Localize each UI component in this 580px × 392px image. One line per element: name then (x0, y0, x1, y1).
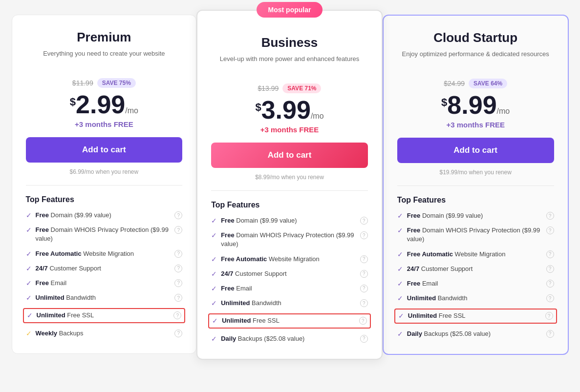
feature-item-business-2: ✓ Free Automatic Website Migration ? (211, 255, 368, 264)
plan-desc-business: Level-up with more power and enhanced fe… (211, 54, 368, 74)
info-icon-cloud-5[interactable]: ? (546, 294, 554, 302)
feature-left-cloud-1: ✓ Free Domain WHOIS Privacy Protection (… (397, 226, 543, 244)
plan-card-premium: Premium Everything you need to create yo… (12, 15, 197, 354)
info-icon-business-3[interactable]: ? (360, 270, 368, 278)
last-feature-left-cloud: ✓ Daily Backups ($25.08 value) (397, 330, 543, 338)
check-icon-premium-4: ✓ (26, 279, 32, 287)
feature-item-cloud-0: ✓ Free Domain ($9.99 value) ? (397, 211, 554, 220)
info-icon-premium-5[interactable]: ? (174, 294, 182, 302)
plan-desc-cloud: Enjoy optimized performance & dedicated … (397, 49, 554, 69)
ssl-info-icon-premium[interactable]: ? (173, 311, 181, 319)
features-title-premium: Top Features (26, 195, 183, 204)
plan-name-cloud: Cloud Startup (397, 30, 554, 45)
feature-text-premium-0: Free Domain ($9.99 value) (36, 211, 111, 220)
feature-left-cloud-4: ✓ Free Email (397, 279, 543, 288)
feature-text-business-2: Free Automatic Website Migration (221, 255, 320, 264)
info-icon-cloud-0[interactable]: ? (546, 212, 554, 220)
plan-desc-premium: Everything you need to create your websi… (26, 49, 183, 68)
feature-left-business-4: ✓ Free Email (211, 284, 357, 293)
plan-name-premium: Premium (26, 30, 183, 45)
last-feature-item-premium: ✓ Weekly Backups ? (26, 329, 183, 338)
info-icon-cloud-1[interactable]: ? (546, 227, 554, 234)
check-icon-cloud-1: ✓ (397, 227, 403, 234)
feature-text-business-4: Free Email (221, 284, 252, 293)
info-icon-premium-4[interactable]: ? (174, 279, 182, 287)
ssl-text-business: Unlimited Free SSL (222, 316, 279, 325)
feature-item-business-5: ✓ Unlimited Bandwidth ? (211, 299, 368, 308)
feature-item-premium-0: ✓ Free Domain ($9.99 value) ? (26, 211, 183, 220)
feature-left-premium-4: ✓ Free Email (26, 279, 172, 288)
feature-left-business-5: ✓ Unlimited Bandwidth (211, 299, 357, 308)
price-display-business: $3.99/mo (211, 97, 368, 123)
feature-text-premium-4: Free Email (36, 279, 67, 288)
info-icon-business-5[interactable]: ? (360, 299, 368, 307)
feature-item-premium-1: ✓ Free Domain WHOIS Privacy Protection (… (26, 226, 183, 243)
price-amount-premium: 2.99 (76, 90, 125, 119)
feature-text-cloud-2: Free Automatic Website Migration (407, 250, 506, 259)
add-to-cart-button-premium[interactable]: Add to cart (26, 137, 183, 163)
add-to-cart-button-business[interactable]: Add to cart (211, 143, 368, 168)
info-icon-premium-0[interactable]: ? (174, 211, 182, 219)
check-icon-cloud-3: ✓ (397, 265, 403, 273)
info-icon-business-1[interactable]: ? (360, 231, 368, 239)
feature-item-premium-3: ✓ 24/7 Customer Support ? (26, 264, 183, 273)
dollar-sign-premium: $ (70, 96, 76, 108)
last-feature-text-business: Daily Backups ($25.08 value) (221, 334, 304, 343)
info-icon-cloud-3[interactable]: ? (546, 265, 554, 273)
feature-item-business-1: ✓ Free Domain WHOIS Privacy Protection (… (211, 231, 368, 248)
plan-card-cloud: Cloud Startup Enjoy optimized performanc… (383, 15, 569, 355)
last-info-icon-premium[interactable]: ? (174, 330, 182, 337)
ssl-left-cloud: ✓ Unlimited Free SSL (398, 311, 542, 320)
feature-item-cloud-1: ✓ Free Domain WHOIS Privacy Protection (… (397, 226, 554, 244)
feature-left-cloud-3: ✓ 24/7 Customer Support (397, 265, 543, 273)
check-icon-cloud-4: ✓ (397, 280, 403, 288)
plan-card-business: Most popular Business Level-up with more… (196, 10, 383, 360)
last-info-icon-cloud[interactable]: ? (546, 330, 554, 338)
price-display-premium: $2.99/mo (26, 92, 183, 117)
feature-text-cloud-1: Free Domain WHOIS Privacy Protection ($9… (407, 226, 543, 244)
check-icon-business-2: ✓ (211, 255, 217, 263)
feature-text-cloud-4: Free Email (407, 279, 438, 288)
info-icon-premium-3[interactable]: ? (174, 265, 182, 272)
feature-left-premium-5: ✓ Unlimited Bandwidth (26, 293, 172, 302)
info-icon-cloud-2[interactable]: ? (546, 250, 554, 258)
feature-item-business-0: ✓ Free Domain ($9.99 value) ? (211, 216, 368, 225)
last-feature-left-premium: ✓ Weekly Backups (26, 329, 172, 338)
add-to-cart-button-cloud[interactable]: Add to cart (397, 138, 554, 163)
most-popular-badge: Most popular (257, 2, 323, 18)
info-icon-premium-2[interactable]: ? (174, 250, 182, 258)
save-badge-business: SAVE 71% (282, 83, 321, 93)
divider-premium (26, 185, 183, 186)
ssl-row-premium: ✓ Unlimited Free SSL ? (23, 308, 186, 323)
feature-text-cloud-5: Unlimited Bandwidth (407, 294, 468, 303)
ssl-row-business: ✓ Unlimited Free SSL ? (208, 313, 371, 328)
free-months-cloud: +3 months FREE (397, 121, 554, 129)
info-icon-business-2[interactable]: ? (360, 255, 368, 263)
feature-left-cloud-0: ✓ Free Domain ($9.99 value) (397, 211, 543, 220)
feature-left-business-1: ✓ Free Domain WHOIS Privacy Protection (… (211, 231, 357, 248)
last-feature-item-business: ✓ Daily Backups ($25.08 value) ? (211, 334, 368, 343)
info-icon-business-4[interactable]: ? (360, 285, 368, 292)
free-months-business: +3 months FREE (211, 125, 368, 134)
original-price-business: $13.99 (258, 84, 279, 92)
ssl-left-business: ✓ Unlimited Free SSL (212, 316, 356, 325)
info-icon-cloud-4[interactable]: ? (546, 280, 554, 288)
feature-left-cloud-5: ✓ Unlimited Bandwidth (397, 294, 543, 303)
ssl-info-icon-cloud[interactable]: ? (545, 312, 553, 320)
feature-text-business-3: 24/7 Customer Support (221, 269, 286, 278)
per-mo-business: /mo (311, 112, 324, 120)
last-info-icon-business[interactable]: ? (360, 335, 368, 343)
price-amount-business: 3.99 (261, 96, 311, 124)
per-mo-cloud: /mo (497, 107, 510, 115)
ssl-check-icon-cloud: ✓ (398, 312, 404, 320)
dollar-sign-cloud: $ (441, 96, 447, 109)
ssl-info-icon-business[interactable]: ? (359, 317, 367, 325)
feature-left-premium-0: ✓ Free Domain ($9.99 value) (26, 211, 172, 220)
renew-note-cloud: $19.99/mo when you renew (397, 169, 554, 176)
feature-item-cloud-2: ✓ Free Automatic Website Migration ? (397, 250, 554, 259)
check-icon-cloud-5: ✓ (397, 294, 403, 302)
info-icon-premium-1[interactable]: ? (174, 226, 182, 234)
feature-left-business-2: ✓ Free Automatic Website Migration (211, 255, 357, 264)
info-icon-business-0[interactable]: ? (360, 217, 368, 225)
check-icon-business-3: ✓ (211, 270, 217, 278)
